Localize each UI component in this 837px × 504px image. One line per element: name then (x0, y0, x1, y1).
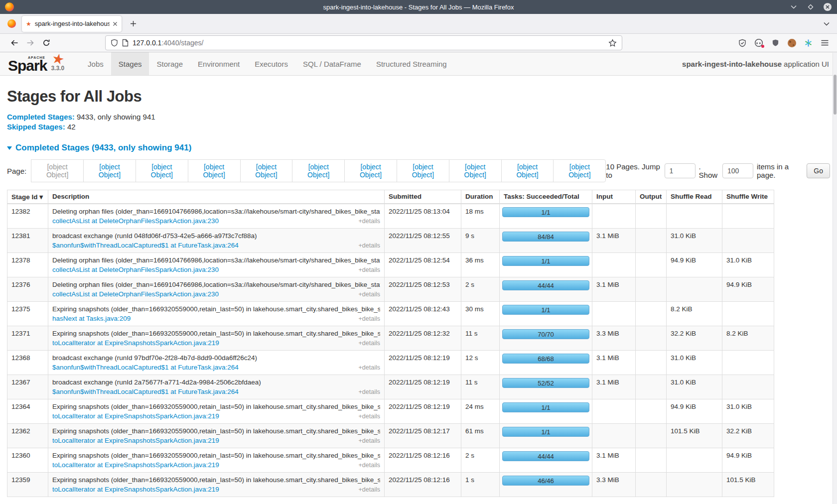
column-header[interactable]: Input (592, 190, 636, 204)
completed-stages-section-toggle[interactable]: Completed Stages (9433, only showing 941… (7, 143, 830, 153)
details-toggle[interactable]: +details (359, 388, 380, 395)
cookie-extension-icon[interactable] (787, 38, 797, 48)
stage-callsite-link[interactable]: toLocalIterator at ExpireSnapshotsSparkA… (52, 461, 219, 469)
details-toggle[interactable]: +details (359, 437, 380, 444)
nav-item[interactable]: Environment (190, 52, 247, 75)
stage-id-cell: 12367 (7, 375, 48, 399)
stage-callsite-link[interactable]: toLocalIterator at ExpireSnapshotsSparkA… (52, 412, 219, 420)
shuffle-write-cell: 31.0 KiB (722, 399, 774, 424)
details-toggle[interactable]: +details (359, 462, 380, 469)
firefox-view-button[interactable] (3, 16, 20, 32)
stage-description: Deleting orphan files (older_than=166910… (52, 256, 380, 264)
bookmark-star-icon[interactable] (608, 39, 617, 47)
stage-callsite-link[interactable]: collectAsList at DeleteOrphanFilesSparkA… (52, 266, 219, 273)
submitted-cell: 2022/11/25 08:12:19 (385, 351, 461, 375)
page-button[interactable]: [object Object] (83, 159, 136, 182)
details-toggle[interactable]: +details (359, 242, 380, 249)
column-header[interactable]: Duration (461, 190, 500, 204)
forward-button[interactable] (22, 35, 38, 50)
nav-item[interactable]: Structured Streaming (369, 52, 454, 75)
stage-callsite-link[interactable]: $anonfun$withThreadLocalCaptured$1 at Fu… (52, 388, 239, 395)
details-toggle[interactable]: +details (359, 291, 380, 298)
spark-logo[interactable]: APACHE ★ Spark 3.3.0 (0, 52, 71, 75)
page-button[interactable]: [object Object] (136, 159, 188, 182)
input-cell (592, 204, 636, 229)
stage-callsite-link[interactable]: collectAsList at DeleteOrphanFilesSparkA… (52, 217, 219, 225)
menu-icon[interactable] (820, 38, 830, 48)
page-scrollbar[interactable] (833, 53, 837, 504)
details-toggle[interactable]: +details (359, 218, 380, 225)
column-header[interactable]: Submitted (385, 190, 461, 204)
new-tab-button[interactable] (126, 16, 140, 31)
page-button[interactable]: [object Object] (501, 159, 554, 182)
tasks-progress-bar: 44/44 (502, 280, 589, 290)
window-minimize-button[interactable] (789, 2, 798, 11)
shield-check-extension-icon[interactable] (737, 38, 747, 48)
tasks-progress-bar: 1/1 (502, 305, 589, 315)
details-toggle[interactable]: +details (359, 315, 380, 322)
window-maximize-button[interactable] (806, 2, 815, 11)
stage-callsite-link[interactable]: hasNext at Tasks.java:209 (52, 315, 131, 322)
page-button[interactable]: [object Object] (449, 159, 502, 182)
details-toggle[interactable]: +details (359, 486, 380, 493)
nav-item[interactable]: Jobs (80, 52, 111, 75)
stage-callsite-link[interactable]: toLocalIterator at ExpireSnapshotsSparkA… (52, 339, 219, 347)
tasks-progress-bar: 70/70 (502, 329, 589, 339)
stage-callsite-link[interactable]: $anonfun$withThreadLocalCaptured$1 at Fu… (52, 364, 239, 371)
stage-callsite-link[interactable]: toLocalIterator at ExpireSnapshotsSparkA… (52, 486, 219, 493)
page-info-icon[interactable] (122, 39, 129, 47)
url-text[interactable]: 127.0.0.1:4040/stages/ (133, 39, 604, 47)
navigation-toolbar: 127.0.0.1:4040/stages/ (0, 34, 837, 52)
column-header[interactable]: Shuffle Write (722, 190, 774, 204)
window-close-button[interactable] (823, 2, 832, 11)
page-button[interactable]: [object Object] (188, 159, 241, 182)
column-header[interactable]: Output (636, 190, 667, 204)
url-bar[interactable]: 127.0.0.1:4040/stages/ (105, 35, 622, 50)
page-button[interactable]: [object Object] (553, 159, 606, 182)
submitted-cell: 2022/11/25 08:12:55 (385, 229, 461, 253)
submitted-cell: 2022/11/25 08:12:17 (385, 424, 461, 448)
details-toggle[interactable]: +details (359, 364, 380, 371)
tab-overflow-chevron-icon[interactable] (819, 22, 834, 26)
page-button-group: [object Object] [object Object] [object … (31, 159, 606, 182)
column-header[interactable]: Stage Id ▾ (7, 190, 48, 204)
stage-callsite-link[interactable]: $anonfun$withThreadLocalCaptured$1 at Fu… (52, 242, 239, 249)
tasks-progress-bar: 68/68 (502, 354, 589, 364)
details-toggle[interactable]: +details (359, 340, 380, 347)
asterisk-extension-icon[interactable] (803, 38, 813, 48)
nav-item[interactable]: Storage (149, 52, 190, 75)
jump-to-page-input[interactable] (665, 163, 696, 178)
shuffle-read-cell: 32.2 KiB (667, 326, 722, 351)
stage-callsite-link[interactable]: toLocalIterator at ExpireSnapshotsSparkA… (52, 437, 219, 444)
nav-item[interactable]: SQL / DataFrame (295, 52, 369, 75)
tracking-shield-icon[interactable] (111, 39, 118, 47)
reload-button[interactable] (38, 35, 54, 50)
tasks-cell: 1/1 (500, 399, 592, 424)
ublock-extension-icon[interactable] (770, 38, 780, 48)
stage-description: Deleting orphan files (older_than=166910… (52, 208, 380, 215)
scrollbar-thumb[interactable] (834, 75, 837, 115)
browser-tab[interactable]: ★ spark-ingest-into-lakehous (22, 16, 122, 32)
page-button[interactable]: [object Object] (344, 159, 397, 182)
items-per-page-input[interactable] (722, 163, 753, 178)
back-button[interactable] (6, 35, 22, 50)
go-button[interactable]: Go (807, 163, 830, 178)
column-header[interactable]: Shuffle Read (667, 190, 722, 204)
stage-callsite-link[interactable]: collectAsList at DeleteOrphanFilesSparkA… (52, 290, 219, 298)
page-button[interactable]: [object Object] (397, 159, 449, 182)
shuffle-read-cell: 94.9 KiB (667, 253, 722, 277)
details-toggle[interactable]: +details (359, 266, 380, 273)
column-header[interactable]: Description (48, 190, 385, 204)
page-button[interactable]: [object Object] (240, 159, 293, 182)
shuffle-read-cell: 31.0 KiB (667, 375, 722, 399)
page-button[interactable]: [object Object] (292, 159, 345, 182)
input-cell (592, 424, 636, 448)
page-button[interactable]: [object Object] (31, 159, 84, 182)
privacy-badger-extension-icon[interactable] (754, 38, 764, 48)
nav-item[interactable]: Executors (247, 52, 295, 75)
details-toggle[interactable]: +details (359, 413, 380, 420)
shuffle-read-cell: 31.0 KiB (667, 351, 722, 375)
nav-item[interactable]: Stages (111, 52, 149, 75)
tab-close-icon[interactable] (113, 21, 118, 26)
column-header[interactable]: Tasks: Succeeded/Total (500, 190, 592, 204)
